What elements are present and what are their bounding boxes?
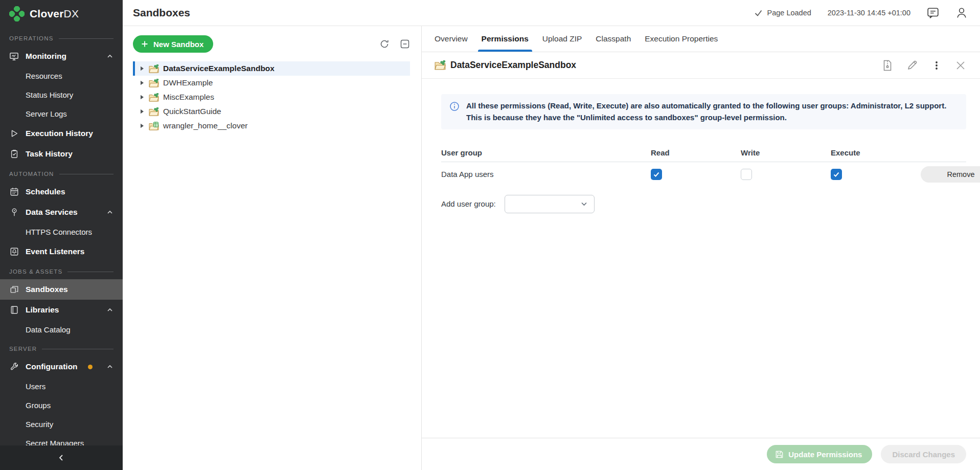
tab-classpath[interactable]: Classpath (596, 26, 631, 52)
brand-logo: CloverDX (0, 0, 123, 28)
remove-button[interactable]: Remove (921, 166, 980, 183)
sandbox-folder-icon (435, 60, 446, 70)
status-text: Page Loaded (767, 9, 811, 17)
sidebar-item-execution-history[interactable]: Execution History (0, 123, 123, 144)
chevron-up-icon[interactable] (106, 53, 113, 60)
caret-right-icon[interactable] (140, 95, 145, 100)
play-icon (9, 129, 19, 139)
task-history-icon (9, 149, 19, 159)
sandbox-detail-panel: Overview Permissions Upload ZIP Classpat… (421, 26, 980, 470)
cloverdx-app: CloverDX OPERATIONS Monitoring Resources… (0, 0, 980, 470)
nav-section-server: SERVER (0, 339, 123, 356)
write-checkbox[interactable] (741, 169, 752, 180)
tab-permissions[interactable]: Permissions (482, 26, 529, 52)
monitor-icon (9, 52, 19, 61)
calendar-icon (9, 187, 19, 197)
tree-row-label: MiscExamples (163, 93, 214, 102)
update-permissions-button[interactable]: Update Permissions (767, 445, 872, 463)
data-folder-icon (149, 122, 159, 130)
sidebar-item-https-connectors[interactable]: HTTPS Connectors (0, 222, 123, 241)
sandbox-title-text: DataServiceExampleSandbox (450, 60, 576, 71)
sidebar-item-status-history[interactable]: Status History (0, 85, 123, 104)
edit-pencil-icon[interactable] (907, 60, 918, 71)
detail-header: DataServiceExampleSandbox (422, 52, 980, 79)
sidebar-collapse-button[interactable] (0, 445, 123, 470)
detail-tabs: Overview Permissions Upload ZIP Classpat… (422, 26, 980, 52)
add-user-group-row: Add user group: (441, 195, 966, 213)
tree-tools (379, 39, 410, 49)
chevron-up-icon[interactable] (106, 209, 113, 216)
sidebar-item-data-services[interactable]: Data Services (0, 202, 123, 222)
add-user-group-select[interactable] (505, 195, 595, 213)
chevron-up-icon[interactable] (106, 306, 113, 314)
sidebar: CloverDX OPERATIONS Monitoring Resources… (0, 0, 123, 470)
tab-execution-properties[interactable]: Execution Properties (645, 26, 718, 52)
tab-upload-zip[interactable]: Upload ZIP (542, 26, 582, 52)
info-banner: All these permissions (Read, Write, Exec… (441, 94, 966, 129)
close-icon[interactable] (955, 60, 966, 71)
caret-right-icon[interactable] (140, 123, 145, 128)
tree-row-miscexamples[interactable]: MiscExamples (133, 90, 410, 104)
brand-name: CloverDX (30, 8, 79, 20)
refresh-icon[interactable] (379, 39, 390, 49)
sidebar-item-users[interactable]: Users (0, 377, 123, 396)
caret-right-icon[interactable] (140, 109, 145, 114)
collapse-all-icon[interactable] (400, 39, 410, 49)
sandboxes-icon (9, 285, 19, 295)
plus-icon (141, 40, 149, 48)
sidebar-item-configuration[interactable]: Configuration (0, 356, 123, 377)
column-header-user-group: User group (441, 148, 651, 157)
permissions-body: All these permissions (Read, Write, Exec… (422, 79, 980, 438)
sidebar-item-security[interactable]: Security (0, 415, 123, 434)
sidebar-item-groups[interactable]: Groups (0, 396, 123, 415)
wrench-icon (9, 362, 19, 372)
sidebar-item-event-listeners[interactable]: Event Listeners (0, 241, 123, 262)
column-header-execute: Execute (831, 148, 921, 157)
chevron-left-icon (57, 454, 65, 462)
add-user-group-label: Add user group: (441, 199, 496, 208)
nav-section-automation: AUTOMATION (0, 164, 123, 182)
sidebar-item-server-logs[interactable]: Server Logs (0, 104, 123, 123)
tree-row-wrangler-home-clover[interactable]: wrangler_home__clover (133, 119, 410, 133)
sidebar-item-data-catalog[interactable]: Data Catalog (0, 320, 123, 339)
detail-footer: Update Permissions Discard Changes (422, 438, 980, 470)
sandbox-title: DataServiceExampleSandbox (435, 60, 576, 71)
permission-row-data-app-users: Data App users Remove (441, 162, 966, 187)
discard-changes-button[interactable]: Discard Changes (881, 445, 966, 463)
permissions-table: User group Read Write Execute Data App u… (441, 144, 966, 187)
info-banner-text: All these permissions (Read, Write, Exec… (466, 100, 957, 124)
sidebar-nav: OPERATIONS Monitoring Resources Status H… (0, 28, 123, 453)
caret-right-icon[interactable] (140, 66, 145, 71)
sandbox-folder-icon (149, 64, 159, 73)
kebab-menu-icon[interactable] (932, 60, 941, 71)
read-checkbox[interactable] (651, 169, 662, 180)
feedback-icon[interactable] (927, 7, 939, 19)
tree-row-quickstartguide[interactable]: QuickStartGuide (133, 104, 410, 119)
data-services-icon (9, 208, 19, 217)
event-listeners-icon (9, 247, 19, 257)
new-sandbox-button[interactable]: New Sandbox (133, 35, 213, 53)
sidebar-item-sandboxes[interactable]: Sandboxes (0, 279, 123, 300)
save-icon (775, 450, 784, 459)
server-timestamp: 2023-11-30 14:45 +01:00 (828, 9, 910, 17)
tree-row-label: DWHExample (163, 78, 213, 87)
user-account-icon[interactable] (955, 7, 968, 19)
tree-row-label: wrangler_home__clover (163, 121, 247, 130)
tab-overview[interactable]: Overview (435, 26, 468, 52)
export-zip-icon[interactable] (882, 60, 893, 71)
tree-row-dataserviceexamplesandbox[interactable]: DataServiceExampleSandbox (133, 61, 410, 76)
nav-section-operations: OPERATIONS (0, 29, 123, 46)
sidebar-item-libraries[interactable]: Libraries (0, 300, 123, 320)
sandbox-tree: DataServiceExampleSandbox DWHExample Mis… (133, 61, 410, 133)
tree-row-dwhexample[interactable]: DWHExample (133, 76, 410, 90)
sidebar-item-resources[interactable]: Resources (0, 66, 123, 85)
sandbox-folder-icon (149, 107, 159, 116)
caret-right-icon[interactable] (140, 80, 145, 85)
execute-checkbox[interactable] (831, 169, 842, 180)
sidebar-item-task-history[interactable]: Task History (0, 144, 123, 164)
sidebar-item-schedules[interactable]: Schedules (0, 182, 123, 202)
tree-row-label: QuickStartGuide (163, 107, 221, 116)
chevron-up-icon[interactable] (106, 363, 113, 370)
notification-dot (88, 365, 93, 369)
sidebar-item-monitoring[interactable]: Monitoring (0, 46, 123, 66)
